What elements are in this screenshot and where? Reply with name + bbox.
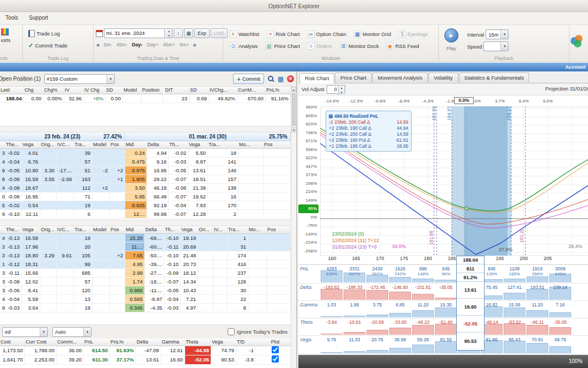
column-header[interactable]: Th...: [164, 226, 181, 233]
plot-checkbox[interactable]: [272, 355, 279, 363]
window-button[interactable]: ▥Price Chart: [262, 41, 303, 51]
column-header[interactable]: Delta: [147, 141, 169, 148]
search-icon[interactable]: [267, 75, 274, 82]
column-header[interactable]: IVC...: [57, 141, 74, 148]
tab[interactable]: Statistics & Fundamentals: [459, 73, 530, 82]
window-button[interactable]: ▦Monitor Grid: [351, 29, 394, 39]
column-header[interactable]: Pos: [110, 226, 125, 233]
column-header[interactable]: [0, 226, 5, 233]
table-row[interactable]: 0.97516.95-0.0513.61146: [125, 166, 291, 175]
tab[interactable]: Price Chart: [335, 73, 372, 82]
table-row[interactable]: 15.20-68....-0.1019.191: [125, 234, 291, 243]
column-header[interactable]: Vega: [211, 339, 236, 346]
column-header[interactable]: T/D: [236, 339, 256, 346]
column-header[interactable]: Orig...: [40, 141, 57, 148]
splitter-handle[interactable]: · · · · ·: [0, 220, 296, 226]
table-row[interactable]: 4-0.046.7657: [0, 158, 125, 166]
table-row[interactable]: 3-0.0812.0257: [0, 277, 125, 286]
table-row[interactable]: 9-0.033.6419: [0, 304, 125, 312]
window-button[interactable]: ≈Risk Chart: [264, 29, 303, 39]
auto-select[interactable]: Auto▼: [52, 327, 91, 337]
table-row[interactable]: 4-0.0918.67112+2: [0, 184, 125, 192]
column-header[interactable]: Mid: [125, 226, 145, 233]
column-header[interactable]: Vega: [181, 226, 198, 233]
table-row[interactable]: 1-0.1218.3199: [0, 260, 125, 269]
column-header[interactable]: Vega: [22, 141, 40, 148]
table-row[interactable]: 4.95-39....-0.1020.73416: [125, 260, 291, 269]
table-row[interactable]: 5-0.020.5419: [0, 201, 125, 210]
table-row[interactable]: 1.90529.22-0.0718.51157: [125, 175, 291, 184]
column-header[interactable]: Mo...: [238, 141, 264, 148]
window-button[interactable]: ∞Option Chain: [304, 29, 350, 39]
column-header[interactable]: Model: [93, 141, 110, 148]
table-row[interactable]: 3-0.024.0139: [0, 149, 125, 158]
window-button[interactable]: ⊙Analysis: [226, 41, 261, 51]
table-row[interactable]: 3-0.1317.9620: [0, 243, 125, 251]
column-header[interactable]: Mo...: [248, 226, 267, 233]
column-header[interactable]: Tra...: [228, 226, 248, 233]
totals-row[interactable]: 1,173.501,788.0036.00614.5091.63%-47.091…: [0, 346, 296, 355]
column-header[interactable]: IVC...: [57, 226, 74, 233]
column-header[interactable]: Orig...: [40, 226, 57, 233]
window-button[interactable]: ≡Watchlist: [226, 29, 262, 39]
table-row[interactable]: 4-0.1316.5819: [0, 234, 125, 243]
strategy-select[interactable]: #159 Custom▼: [44, 74, 115, 84]
table-row[interactable]: 8-0.0815.593.55-2.68163+1: [0, 175, 125, 184]
column-header[interactable]: Vega: [188, 141, 208, 148]
column-header[interactable]: Mid: [125, 141, 147, 148]
time-step-button[interactable]: Day-: [130, 41, 145, 48]
column-header[interactable]: [0, 141, 5, 148]
column-header[interactable]: Tra...: [74, 226, 93, 233]
table-row[interactable]: 3-0.1318.803.299.61105+2: [0, 251, 125, 260]
vertical-scrollbar[interactable]: ▲ ▼: [291, 87, 296, 368]
column-header[interactable]: The...: [5, 226, 22, 233]
table-row[interactable]: 0.4759.16-0.038.87141: [125, 158, 291, 166]
play-button[interactable]: ▶: [444, 28, 458, 43]
column-header[interactable]: IV...: [213, 226, 228, 233]
reports-button[interactable]: Reports: [1, 37, 10, 43]
ignore-trades-checkbox[interactable]: [228, 328, 235, 335]
date-input[interactable]: mi. 31 ene. 2024: [104, 28, 165, 38]
column-header[interactable]: Plot: [256, 339, 296, 346]
time-step-button[interactable]: 45m+: [161, 41, 177, 48]
table-row[interactable]: 4-0.045.5913: [0, 295, 125, 304]
account-link[interactable]: Account: [565, 64, 586, 70]
table-row[interactable]: 9-0.1012.116: [0, 210, 125, 219]
projection-value[interactable]: 31/01/2024: [569, 86, 588, 92]
column-header[interactable]: Tra...: [74, 141, 93, 148]
table-row[interactable]: 1.74-18....-0.0714.34128: [125, 277, 291, 286]
column-header[interactable]: Delta: [136, 339, 161, 346]
column-header[interactable]: Pos: [110, 141, 125, 148]
view-mode-select[interactable]: ed▼: [2, 327, 48, 337]
column-header[interactable]: Vega: [22, 226, 40, 233]
time-step-button[interactable]: Day+: [145, 41, 161, 48]
time-updown-button[interactable]: ↕: [174, 28, 183, 38]
splitter-handle[interactable]: · · · · ·: [0, 126, 296, 132]
table-row[interactable]: 0.244.94-0.025.5018: [125, 149, 291, 158]
column-header[interactable]: Curr Cost: [25, 339, 57, 346]
speed-select[interactable]: ▼: [483, 41, 509, 51]
column-header[interactable]: Delta: [145, 226, 164, 233]
time-step-button[interactable]: 5m-: [101, 41, 114, 48]
tab[interactable]: Volatility: [428, 73, 458, 82]
column-header[interactable]: PnL: [84, 339, 110, 346]
totals-row[interactable]: 1,641.702,253.0039.20611.3037.17%13.6116…: [0, 355, 296, 365]
column-header[interactable]: Model: [93, 226, 110, 233]
column-header[interactable]: Th...: [169, 141, 188, 148]
column-header[interactable]: Commi...: [57, 339, 84, 346]
table-row[interactable]: 3.5046.18-0.0821.39138: [125, 184, 291, 192]
column-header[interactable]: Cost: [0, 339, 25, 346]
column-header[interactable]: Pos: [264, 141, 291, 148]
table-row[interactable]: 0.565-6.97-0.047.2122: [125, 295, 291, 304]
window-button[interactable]: ⊞Monitor Dock: [336, 41, 382, 51]
commit-trade-button[interactable]: ✓Commit Trade: [25, 40, 71, 51]
interval-select[interactable]: 15m▼: [486, 29, 509, 39]
tab[interactable]: Risk Chart: [299, 73, 334, 83]
step-back-icon[interactable]: «: [95, 41, 101, 48]
column-header[interactable]: PnL%: [110, 339, 136, 346]
vol-adjust-stepper[interactable]: 0▲▼: [327, 85, 345, 94]
table-row[interactable]: 11....-60....-0.1120.6931: [125, 243, 291, 251]
exp-button[interactable]: Exp: [194, 28, 210, 38]
time-step-button[interactable]: 5m+: [177, 41, 192, 48]
table-row[interactable]: 3-0.068.41120: [0, 286, 125, 295]
